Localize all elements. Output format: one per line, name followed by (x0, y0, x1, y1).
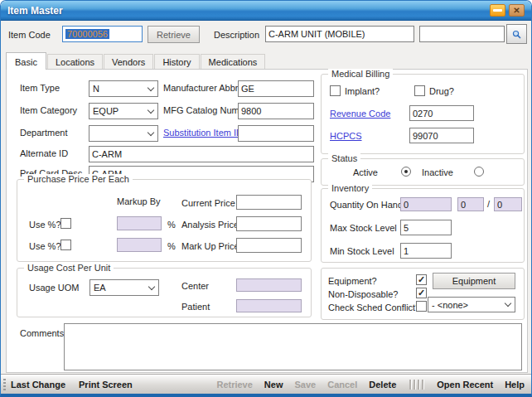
tab-basic[interactable]: Basic (6, 52, 46, 70)
retrieve-statusbar-button: Retrieve (216, 380, 252, 390)
equipment-label: Equipment? (328, 276, 377, 286)
markup-pct-input-1[interactable] (117, 216, 162, 230)
item-type-label: Item Type (20, 83, 60, 93)
usage-uom-dropdown[interactable]: EA (89, 279, 159, 296)
checkmark-icon: ✓ (418, 288, 425, 298)
center-cost-field (236, 278, 302, 292)
inventory-group-title: Inventory (328, 183, 372, 193)
mark-up-price-input[interactable] (236, 238, 302, 253)
medical-billing-group: Medical Billing ✓ Implant? ✓ Drug? Reven… (321, 74, 525, 154)
usage-cost-group-title: Usage Cost Per Unit (24, 263, 114, 273)
substitution-item-id-input[interactable] (238, 125, 314, 142)
department-dropdown[interactable] (89, 125, 158, 142)
qoh-field-2 (457, 197, 484, 211)
status-group-title: Status (328, 153, 360, 163)
revenue-code-link[interactable]: Revenue Code (330, 109, 390, 119)
analysis-price-input[interactable] (236, 216, 302, 231)
center-label: Center (181, 281, 209, 291)
implant-label: Implant? (345, 86, 380, 96)
check-sched-conflict-checkbox[interactable]: ✓ (416, 301, 427, 312)
markup-by-label: Markup By (117, 196, 161, 206)
non-disposable-checkbox[interactable]: ✓ (416, 288, 427, 298)
use-pct-checkbox-1[interactable]: ✓ (60, 218, 71, 229)
check-sched-conflict-label: Check Sched Conflict? (328, 303, 420, 312)
drug-checkbox[interactable]: ✓ (414, 85, 425, 96)
chevron-down-icon (144, 81, 157, 96)
statusbar-separator (409, 380, 423, 390)
patient-cost-field (236, 299, 302, 312)
item-code-input[interactable]: 70000056 (62, 26, 143, 42)
open-recent-button[interactable]: Open Recent (437, 380, 493, 390)
item-master-window: Item Master ✕ Item Code 70000056 Retriev… (0, 0, 532, 397)
item-type-value: N (93, 84, 99, 94)
comments-textarea[interactable] (64, 323, 522, 370)
alternate-id-label: Alternate ID (20, 148, 68, 158)
non-disposable-label: Non-Disposable? (328, 289, 398, 299)
close-icon: ✕ (513, 7, 520, 15)
analysis-price-label: Analysis Price (181, 220, 239, 230)
search-button[interactable] (506, 24, 527, 44)
delete-button[interactable]: Delete (369, 380, 396, 390)
tab-medications[interactable]: Medications (201, 54, 266, 69)
search-icon (512, 28, 521, 41)
help-button[interactable]: Help (505, 380, 525, 390)
description-input[interactable] (265, 26, 414, 42)
current-price-label: Current Price (181, 198, 235, 208)
active-radio[interactable] (401, 167, 411, 177)
qoh-field-1 (400, 197, 452, 211)
mfg-catalog-number-input[interactable] (238, 103, 314, 119)
minimize-icon (493, 9, 502, 12)
manufacturer-abbrev-label: Manufacturer Abbrev (163, 83, 248, 93)
markup-pct-input-2[interactable] (117, 238, 162, 252)
qoh-separator: / (487, 199, 490, 209)
quick-search-input[interactable] (419, 26, 505, 42)
substitution-item-id-link[interactable]: Substitution Item ID (163, 128, 243, 138)
chevron-down-icon (144, 104, 157, 119)
tab-locations[interactable]: Locations (47, 54, 103, 69)
usage-uom-value: EA (94, 283, 106, 293)
hcpcs-input[interactable] (409, 128, 474, 143)
minimize-button[interactable] (490, 4, 505, 17)
schedule-dropdown[interactable]: - <none> (428, 297, 515, 312)
tab-history[interactable]: History (154, 54, 199, 69)
chevron-down-icon (144, 126, 157, 141)
status-group: Status Active Inactive (321, 158, 525, 186)
use-pct-label-1: Use %? (29, 220, 61, 230)
manufacturer-abbrev-input[interactable] (238, 80, 314, 97)
chevron-down-icon (501, 298, 515, 312)
percent-sign-2: % (167, 241, 176, 251)
inactive-radio[interactable] (474, 167, 484, 177)
hcpcs-link[interactable]: HCPCS (330, 131, 362, 141)
revenue-code-input[interactable] (409, 105, 474, 121)
equipment-checkbox[interactable]: ✓ (416, 274, 427, 285)
percent-sign-1: % (167, 220, 176, 230)
comments-label: Comments (20, 328, 64, 338)
item-category-dropdown[interactable]: EQUP (89, 103, 158, 119)
tab-vendors[interactable]: Vendors (104, 54, 153, 69)
close-button[interactable]: ✕ (509, 4, 525, 17)
window-buttons: ✕ (490, 4, 525, 17)
cancel-button: Cancel (327, 380, 357, 390)
checkmark-icon: ✓ (418, 275, 425, 284)
titlebar: Item Master ✕ (1, 1, 531, 21)
current-price-input[interactable] (236, 195, 302, 210)
new-button[interactable]: New (264, 380, 283, 390)
use-pct-label-2: Use %? (29, 241, 61, 251)
use-pct-checkbox-2[interactable]: ✓ (60, 240, 71, 250)
schedule-dropdown-value: - <none> (432, 300, 468, 310)
equipment-button[interactable]: Equipment (433, 273, 515, 289)
purchase-price-group-title: Purchase Price Per Each (24, 174, 133, 184)
chevron-down-icon (145, 280, 158, 295)
implant-checkbox[interactable]: ✓ (330, 85, 341, 96)
statusbar-grip-icon (3, 379, 6, 390)
alternate-id-input[interactable] (89, 146, 314, 162)
retrieve-button[interactable]: Retrieve (148, 26, 200, 43)
item-type-dropdown[interactable]: N (89, 80, 158, 97)
item-category-value: EQUP (93, 106, 118, 116)
max-stock-level-input[interactable] (400, 220, 452, 235)
print-screen-button[interactable]: Print Screen (79, 380, 133, 390)
description-label: Description (214, 30, 259, 40)
min-stock-level-input[interactable] (400, 243, 452, 259)
last-change-button[interactable]: Last Change (11, 380, 65, 390)
item-code-value: 70000056 (65, 29, 109, 39)
